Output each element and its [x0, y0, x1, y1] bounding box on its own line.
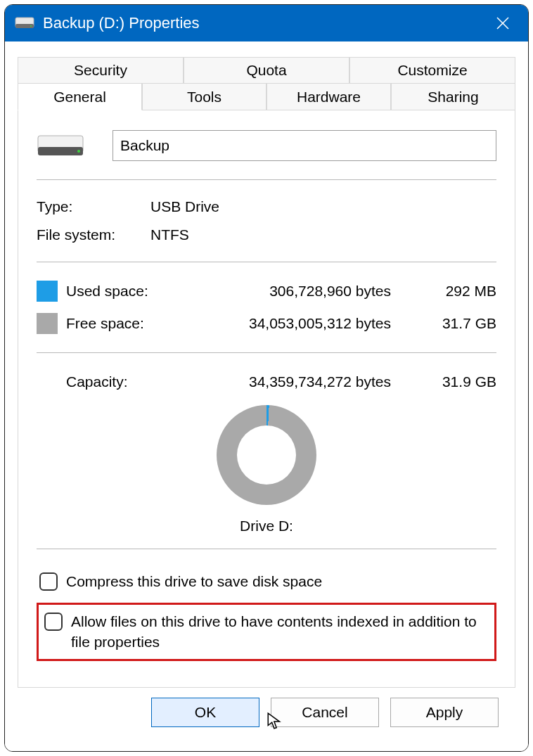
checkbox-index-label: Allow files on this drive to have conten… [71, 612, 489, 652]
client-area: Security Quota Customize General Tools H… [5, 41, 528, 751]
tabs: Security Quota Customize General Tools H… [18, 57, 515, 110]
drive-icon [37, 132, 84, 160]
svg-point-7 [77, 150, 80, 153]
usage-pie-chart [217, 405, 316, 505]
cancel-button[interactable]: Cancel [271, 698, 379, 727]
tab-quota[interactable]: Quota [184, 57, 349, 84]
tab-label: Sharing [428, 89, 478, 105]
fs-value: NTFS [150, 226, 189, 243]
svg-point-2 [30, 25, 32, 27]
svg-rect-6 [38, 147, 83, 155]
capacity-label: Capacity: [37, 373, 175, 390]
checkbox-index[interactable] [44, 613, 63, 631]
dialog-buttons: OK Cancel Apply [18, 688, 515, 744]
capacity-hr: 31.9 GB [419, 373, 496, 390]
tab-general[interactable]: General [18, 84, 142, 110]
free-label: Free space: [66, 315, 175, 332]
separator [37, 262, 496, 262]
separator [37, 549, 496, 549]
used-label: Used space: [66, 283, 175, 300]
checkbox-compress-label: Compress this drive to save disk space [66, 572, 322, 591]
tab-label: Hardware [297, 89, 361, 105]
used-swatch-icon [37, 281, 58, 302]
type-value: USB Drive [150, 198, 219, 215]
button-label: Cancel [302, 704, 347, 721]
button-label: Apply [426, 704, 463, 721]
tab-security[interactable]: Security [18, 57, 184, 84]
tab-label: Quota [246, 62, 286, 79]
highlight-box: Allow files on this drive to have conten… [37, 603, 496, 661]
free-swatch-icon [37, 313, 58, 334]
type-label: Type: [37, 198, 142, 215]
used-hr: 292 MB [419, 283, 496, 300]
free-hr: 31.7 GB [419, 315, 496, 332]
drive-icon-titlebar [15, 16, 34, 30]
button-label: OK [195, 704, 216, 721]
close-icon [496, 16, 510, 30]
tab-pane-general: Type: USB Drive File system: NTFS Used s… [18, 110, 515, 688]
pie-label: Drive D: [240, 518, 293, 534]
tab-tools[interactable]: Tools [142, 84, 266, 110]
capacity-bytes: 34,359,734,272 bytes [175, 373, 419, 390]
fs-label: File system: [37, 226, 142, 243]
free-bytes: 34,053,005,312 bytes [175, 315, 419, 332]
close-button[interactable] [487, 8, 518, 39]
tab-label: Security [74, 62, 127, 79]
separator [37, 352, 496, 353]
apply-button[interactable]: Apply [390, 698, 499, 727]
separator [37, 179, 496, 180]
window-title: Backup (D:) Properties [43, 14, 200, 32]
tab-hardware[interactable]: Hardware [266, 84, 391, 110]
properties-window: Backup (D:) Properties Security Quota Cu… [4, 4, 529, 752]
tab-customize[interactable]: Customize [349, 57, 515, 84]
tab-label: General [53, 89, 106, 105]
tab-sharing[interactable]: Sharing [391, 84, 515, 110]
tab-label: Tools [187, 89, 221, 105]
used-bytes: 306,728,960 bytes [175, 283, 419, 300]
checkbox-compress[interactable] [39, 572, 58, 591]
tab-label: Customize [397, 62, 467, 79]
titlebar: Backup (D:) Properties [5, 5, 528, 41]
ok-button[interactable]: OK [151, 698, 259, 727]
drive-name-input[interactable] [113, 130, 496, 161]
